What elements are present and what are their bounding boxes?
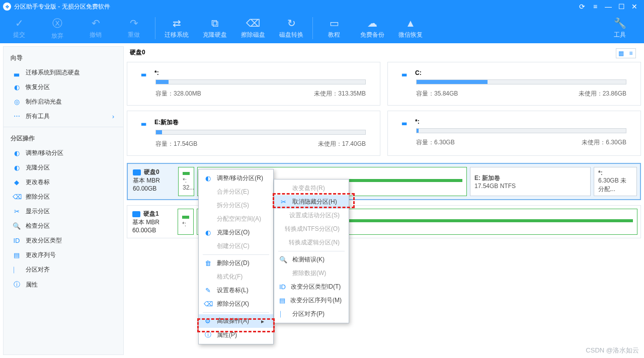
menu-item[interactable]: ⌫擦除分区(X): [199, 297, 273, 311]
close-button[interactable]: ✕: [628, 3, 641, 11]
commit-button[interactable]: ✓提交: [0, 13, 38, 43]
wxrecover-button[interactable]: ▲微信恢复: [391, 13, 430, 43]
sidebar: 向导 ▃迁移系统到固态硬盘 ◐恢复分区 ◎制作启动光盘 ⋯所有工具› 分区操作 …: [3, 46, 124, 355]
migrate-button[interactable]: ⇄迁移系统: [157, 13, 196, 43]
redo-icon: ↷: [130, 17, 138, 29]
menu-icon[interactable]: ≡: [589, 3, 602, 11]
context-menu: ◐调整/移动分区(R)合并分区(E)拆分分区(S)分配空闲空间(A)◐克隆分区(…: [198, 169, 274, 344]
main-panel: ▦≡ 硬盘0 ▃*: 容量：328.00MB未使用：313.35MB ▃C: 容…: [124, 43, 644, 358]
sidebar-op-align[interactable]: ⎸分区对齐: [4, 262, 123, 277]
titlebar: ❖ 分区助手专业版 - 无损分区免费软件 ⟳ ≡ — ☐ ✕: [0, 0, 644, 13]
sidebar-op-serial[interactable]: ▤更改序列号: [4, 248, 123, 262]
resize-icon: ◐: [13, 149, 21, 157]
menu-item[interactable]: ▤改变分区序列号(M): [274, 294, 349, 307]
context-submenu: 改变盘符(R)✂取消隐藏分区(H)设置成活动分区(S)转换成NTFS分区(O)转…: [274, 179, 349, 323]
id-icon: ID: [13, 237, 21, 244]
partition-card[interactable]: ▃*: 容量：6.30GB未使用：6.30GB: [387, 111, 641, 156]
menu-item[interactable]: ⎸分区对齐(P): [274, 307, 349, 321]
sidebar-op-props[interactable]: ⓘ属性: [4, 277, 123, 292]
menu-item[interactable]: ✎设置卷标(L): [199, 284, 273, 297]
sidebar-wizard-recover[interactable]: ◐恢复分区: [4, 80, 123, 95]
menu-item[interactable]: ✂取消隐藏分区(H): [274, 195, 349, 209]
wizard-header: 向导: [4, 50, 123, 65]
menu-item[interactable]: 🔍检测错误(K): [274, 253, 349, 266]
chevron-right-icon: ▸: [261, 318, 264, 325]
menu-item[interactable]: 转换成NTFS分区(O): [274, 222, 349, 236]
sidebar-wizard-migrate[interactable]: ▃迁移系统到固态硬盘: [4, 65, 123, 80]
sidebar-wizard-bootdisk[interactable]: ◎制作启动光盘: [4, 95, 123, 109]
menu-item[interactable]: 擦除数据(W): [274, 266, 349, 280]
undo-icon: ↶: [92, 17, 100, 29]
disk-head: 硬盘0 基本 MBR 60.00GB: [128, 164, 178, 199]
minimize-button[interactable]: —: [602, 3, 615, 11]
menu-item[interactable]: 🗑删除分区(D): [199, 256, 273, 270]
ops-header: 分区操作: [4, 130, 123, 146]
menu-item[interactable]: 格式化(F): [199, 270, 273, 284]
drive-icon: ▃: [402, 69, 412, 76]
menu-separator: [278, 251, 345, 251]
partition[interactable]: *:6.30GB 未分配...: [594, 167, 637, 196]
menu-icon: ⌫: [204, 300, 212, 308]
grid-icon: ▦: [616, 49, 625, 58]
sidebar-wizard-alltools[interactable]: ⋯所有工具›: [4, 109, 123, 124]
menu-item[interactable]: 转换成逻辑分区(N): [274, 236, 349, 249]
cloud-icon: ☁: [367, 17, 377, 29]
erase-icon: ⌫: [246, 17, 260, 29]
clone-icon: ⧉: [211, 18, 218, 29]
discard-button[interactable]: ⓧ放弃: [38, 13, 76, 43]
dots-icon: ⋯: [13, 112, 21, 121]
disk-icon: [132, 211, 140, 217]
menu-item[interactable]: ◐克隆分区(O): [199, 226, 273, 239]
show-icon: ✂: [13, 208, 21, 215]
maximize-button[interactable]: ☐: [615, 3, 628, 11]
tools-button[interactable]: 🔧工具: [601, 13, 639, 43]
menu-item[interactable]: 创建分区(C): [199, 239, 273, 253]
sidebar-op-show[interactable]: ✂显示分区: [4, 204, 123, 219]
menu-separator: [203, 312, 269, 313]
partition-card[interactable]: ▃*: 容量：328.00MB未使用：313.35MB: [127, 62, 380, 106]
menu-icon: ✎: [204, 287, 212, 294]
sidebar-op-label[interactable]: ◆更改卷标: [4, 175, 123, 190]
undo-button[interactable]: ↶撤销: [76, 13, 115, 43]
partition[interactable]: *:: [178, 209, 194, 235]
sidebar-op-type[interactable]: ID更改分区类型: [4, 233, 123, 248]
menu-icon: ✂: [279, 198, 287, 206]
menu-item[interactable]: ⚙高级操作(A)▸: [199, 314, 273, 328]
refresh-icon[interactable]: ⟳: [576, 3, 589, 11]
menu-icon: 🔍: [279, 256, 287, 263]
disk-icon: ▃: [13, 69, 21, 76]
clone-button[interactable]: ⧉克隆硬盘: [196, 13, 234, 43]
recover-icon: ▲: [406, 18, 416, 29]
drive-icon: ▃: [141, 119, 151, 126]
cancel-icon: ⓧ: [52, 17, 62, 30]
menu-item[interactable]: 改变盘符(R): [274, 182, 349, 195]
sidebar-op-check[interactable]: 🔍检查分区: [4, 219, 123, 233]
view-toggle[interactable]: ▦≡: [616, 48, 636, 58]
menu-icon: ⓘ: [204, 330, 212, 339]
partition[interactable]: E: 新加卷17.54GB NTFS: [470, 167, 591, 196]
separator: [312, 17, 313, 39]
menu-item[interactable]: 设置成活动分区(S): [274, 209, 349, 222]
sidebar-op-erase[interactable]: ⌫擦除分区: [4, 190, 123, 204]
erase-button[interactable]: ⌫擦除磁盘: [234, 13, 272, 43]
menu-item[interactable]: 分配空闲空间(A): [199, 212, 273, 226]
menu-item[interactable]: ⓘ属性(P): [199, 328, 273, 342]
partition[interactable]: *:32...: [178, 167, 194, 196]
redo-button[interactable]: ↷重做: [115, 13, 153, 43]
menu-item[interactable]: ID改变分区类型ID(T): [274, 280, 349, 294]
clone-icon: ◐: [13, 164, 21, 171]
separator: [155, 17, 155, 39]
menu-item[interactable]: ◐调整/移动分区(R): [199, 171, 273, 185]
menu-item[interactable]: 合并分区(E): [199, 185, 273, 199]
partition-card[interactable]: ▃E:新加卷 容量：17.54GB未使用：17.40GB: [127, 111, 380, 156]
tutorial-button[interactable]: ▭教程: [315, 13, 353, 43]
backup-button[interactable]: ☁免费备份: [353, 13, 391, 43]
convert-button[interactable]: ↻磁盘转换: [272, 13, 310, 43]
cd-icon: ◎: [13, 98, 21, 106]
sidebar-op-resize[interactable]: ◐调整/移动分区: [4, 146, 123, 160]
partition-card[interactable]: ▃C: 容量：35.84GB未使用：23.86GB: [387, 62, 641, 106]
menu-item[interactable]: 拆分分区(S): [199, 199, 273, 212]
chevron-right-icon: ›: [112, 113, 114, 120]
convert-icon: ↻: [287, 17, 296, 29]
sidebar-op-clone[interactable]: ◐克隆分区: [4, 160, 123, 175]
